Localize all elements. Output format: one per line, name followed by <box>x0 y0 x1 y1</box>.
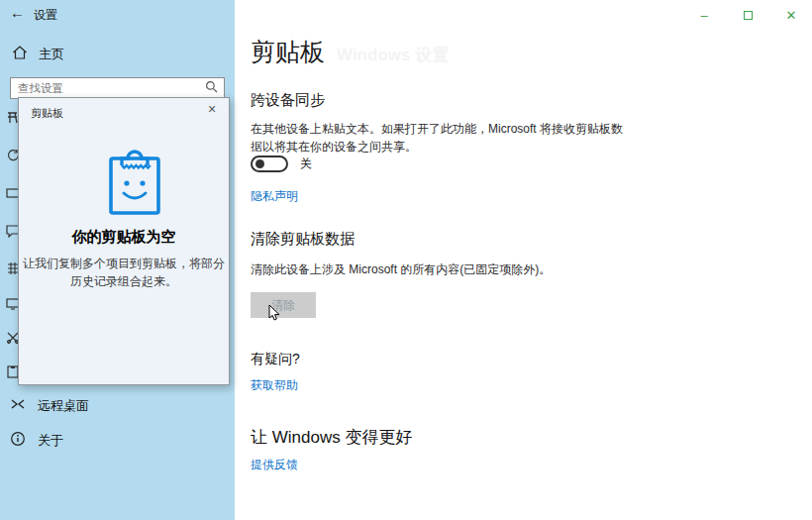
info-icon <box>10 431 26 451</box>
settings-window: ← 设置 主页 远程桌面 <box>0 0 812 520</box>
toggle-state-label: 关 <box>300 156 312 172</box>
main-content: – ✕ Windows 设置 剪贴板 跨设备同步 在其他设备上粘贴文本。如果打开… <box>235 0 812 520</box>
sync-toggle-row: 关 <box>251 156 312 172</box>
clear-button[interactable]: 清除 <box>251 292 316 318</box>
remote-desktop-icon <box>10 396 26 416</box>
sidebar-item-remote-desktop[interactable]: 远程桌面 <box>10 396 89 416</box>
give-feedback-link[interactable]: 提供反馈 <box>251 457 298 473</box>
search-input[interactable] <box>11 82 205 94</box>
page-title: 剪贴板 <box>251 36 325 68</box>
window-controls: – ✕ <box>693 6 802 24</box>
clipboard-empty-subtext: 让我们复制多个项目到剪贴板，将部分 历史记录组合起来。 <box>19 255 229 290</box>
sync-description: 在其他设备上粘贴文本。如果打开了此功能，Microsoft 将接收剪贴板数 据以… <box>251 120 623 156</box>
section-title-clear: 清除剪贴板数据 <box>251 230 355 249</box>
toggle-knob <box>255 159 264 168</box>
home-icon <box>12 45 28 64</box>
back-button[interactable]: ← <box>10 4 25 21</box>
sidebar-item-label: 主页 <box>39 46 64 63</box>
app-title: 设置 <box>34 7 57 24</box>
transition-ghost-text: Windows 设置 <box>337 44 449 66</box>
get-help-link[interactable]: 获取帮助 <box>251 377 298 394</box>
sidebar-item-home[interactable]: 主页 <box>12 45 64 64</box>
close-button[interactable]: ✕ <box>780 6 802 24</box>
clipboard-flyout: 剪贴板 × 你的剪贴板为空 让我们复制多个项目到剪贴板，将部分 历史记录组合起来… <box>18 97 230 385</box>
clipboard-empty-icon <box>107 146 162 221</box>
section-title-sync: 跨设备同步 <box>251 91 325 110</box>
maximize-button[interactable] <box>737 6 759 24</box>
section-title-feedback: 让 Windows 变得更好 <box>251 426 412 449</box>
section-title-help: 有疑问? <box>251 351 300 368</box>
minimize-button[interactable]: – <box>693 6 715 24</box>
close-icon[interactable]: × <box>203 101 221 117</box>
search-box[interactable] <box>10 77 225 99</box>
mouse-cursor <box>268 304 282 326</box>
flyout-title: 剪贴板 <box>31 106 63 121</box>
sync-toggle[interactable] <box>251 156 288 172</box>
clipboard-empty-title: 你的剪贴板为空 <box>19 228 229 247</box>
privacy-statement-link[interactable]: 隐私声明 <box>251 188 298 205</box>
sidebar-item-label: 远程桌面 <box>38 397 89 415</box>
maximize-icon <box>744 11 753 20</box>
sidebar-item-about[interactable]: 关于 <box>10 431 63 451</box>
clear-description: 清除此设备上涉及 Microsoft 的所有内容(已固定项除外)。 <box>251 260 551 278</box>
sidebar-item-label: 关于 <box>38 432 63 450</box>
search-icon[interactable] <box>205 79 218 97</box>
